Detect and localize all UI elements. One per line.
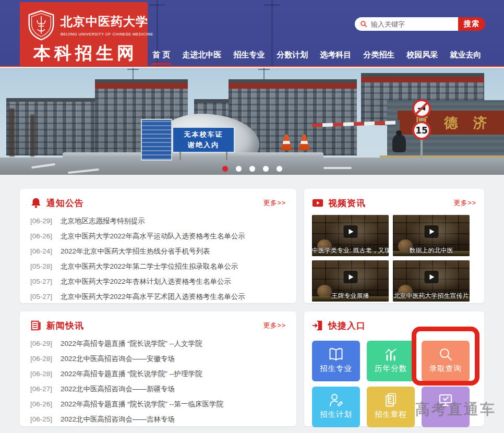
newspaper-icon bbox=[30, 320, 42, 331]
carousel-dot[interactable] bbox=[263, 166, 269, 172]
tile-admission-plan[interactable]: 招生计划 bbox=[312, 387, 360, 427]
notice-date: [05-28] bbox=[30, 262, 61, 270]
no-horn-sign bbox=[412, 99, 431, 118]
news-item[interactable]: [06-26]2022年高招专题直播 “院长说学院” --第一临床医学院 bbox=[30, 396, 286, 412]
video-card[interactable]: 数据上的北中医 bbox=[393, 215, 470, 256]
notice-text: 北京中医药大学2022年高水平艺术团入选资格考生名单公示 bbox=[61, 292, 245, 302]
video-caption: 王牌专业展播 bbox=[312, 292, 389, 300]
video-caption: 数据上的北中医 bbox=[393, 246, 470, 255]
nav-item-categories[interactable]: 分类招生 bbox=[363, 50, 394, 60]
notice-text: 北京中医药大学2022年高水平运动队入选资格考生名单公示 bbox=[61, 232, 245, 241]
tile-past-scores[interactable]: 历年分数 bbox=[367, 341, 415, 381]
video-caption: 北京中医药大学招生宣传片 bbox=[393, 292, 470, 300]
nav-item-majors[interactable]: 招生专业 bbox=[233, 50, 265, 60]
gate-sign-line1: 无本校车证 bbox=[173, 130, 234, 139]
notice-text: 北京中医药大学2022年杏林计划入选资格考生名单公示 bbox=[61, 277, 231, 286]
charter-doc-icon bbox=[383, 392, 399, 408]
tile-label: 招生专业 bbox=[320, 364, 352, 374]
news-text: 2022年高招专题直播 “院长说学院” --人文学院 bbox=[61, 339, 202, 348]
video-card[interactable]: 中医学类专业: 既古老，又现代 bbox=[312, 215, 389, 256]
news-item[interactable]: [06-28]2022北中医高招咨询会——安徽专场 bbox=[30, 351, 286, 366]
news-date: [06-29] bbox=[30, 340, 61, 347]
notice-date: [05-27] bbox=[30, 293, 61, 300]
notice-item[interactable]: [05-27]北京中医药大学2022年杏林计划入选资格考生名单公示 bbox=[30, 274, 286, 289]
door-enter-icon bbox=[312, 320, 323, 331]
news-panel: 新闻快讯 更多>> [06-29]2022年高招专题直播 “院长说学院” --人… bbox=[20, 311, 296, 426]
news-date: [06-28] bbox=[30, 355, 61, 363]
news-item[interactable]: [06-25]2022北中医高招咨询会——吉林专场 bbox=[30, 412, 286, 427]
search-bar: 搜索 bbox=[355, 17, 485, 31]
search-input[interactable] bbox=[371, 20, 449, 28]
search-icon bbox=[438, 346, 453, 362]
videos-title: 视频资讯 bbox=[328, 197, 366, 209]
notice-date: [06-26] bbox=[30, 232, 61, 240]
tile-label: 历年分数 bbox=[375, 364, 407, 374]
notice-text: 2022年北京中医药大学招生热线分省手机号列表 bbox=[61, 247, 210, 256]
news-more-link[interactable]: 更多>> bbox=[263, 321, 286, 330]
notice-item[interactable]: [05-28]北京中医药大学2022年第二学士学位招生拟录取名单公示 bbox=[30, 259, 286, 274]
notice-date: [06-29] bbox=[30, 217, 61, 225]
news-text: 2022年高招专题直播 “院长说学院” --第一临床医学院 bbox=[61, 400, 223, 409]
bar-chart-icon bbox=[383, 346, 399, 362]
notice-item[interactable]: [06-29]北京地区志愿报考特别提示 bbox=[30, 213, 286, 228]
notices-title: 通知公告 bbox=[46, 197, 84, 209]
notices-panel: 通知公告 更多>> [06-29]北京地区志愿报考特别提示 [06-26]北京中… bbox=[20, 189, 296, 303]
news-date: [06-25] bbox=[30, 415, 61, 423]
carousel-dot[interactable] bbox=[222, 166, 228, 172]
carousel-dot[interactable] bbox=[236, 166, 242, 172]
news-item[interactable]: [06-28]2022年高招专题直播 “院长说学院” --护理学院 bbox=[30, 366, 286, 381]
carousel-dot[interactable] bbox=[277, 166, 282, 172]
carousel-dots bbox=[0, 166, 504, 172]
nav-item-careers[interactable]: 就业去向 bbox=[450, 50, 481, 60]
gate-sign-line2: 谢绝入内 bbox=[173, 140, 234, 150]
tile-admission-query[interactable]: 录取查询 bbox=[422, 341, 470, 381]
carousel-dot[interactable] bbox=[249, 166, 255, 172]
news-text: 2022年高招专题直播 “院长说学院” --护理学院 bbox=[61, 369, 202, 379]
notices-list: [06-29]北京地区志愿报考特别提示 [06-26]北京中医药大学2022年高… bbox=[30, 213, 286, 304]
tile-label: 招生章程 bbox=[375, 410, 407, 419]
notice-text: 北京地区志愿报考特别提示 bbox=[61, 216, 145, 226]
main-nav: 首 页 走进北中医 招生专业 分数计划 选考科目 分类招生 校园风采 就业去向 bbox=[152, 50, 481, 60]
site-header: 北京中医药大学 BEIJING UNIVERSITY OF CHINESE ME… bbox=[0, 0, 504, 67]
tile-label: 招生计划 bbox=[320, 410, 352, 419]
quick-entry-title: 快捷入口 bbox=[328, 320, 366, 332]
news-date: [06-27] bbox=[30, 385, 61, 393]
search-button[interactable]: 搜索 bbox=[458, 17, 485, 31]
notice-item[interactable]: [06-26]北京中医药大学2022年高水平运动队入选资格考生名单公示 bbox=[30, 228, 286, 244]
university-name-en: BEIJING UNIVERSITY OF CHINESE MEDICINE bbox=[61, 32, 153, 37]
notices-more-link[interactable]: 更多>> bbox=[263, 199, 286, 208]
news-item[interactable]: [06-27]2022北中医高招咨询会——新疆专场 bbox=[30, 381, 286, 396]
news-text: 2022北中医高招咨询会——安徽专场 bbox=[61, 354, 175, 364]
watermark-text: 高考直通车 bbox=[415, 400, 496, 419]
hero-banner: 厚德济 无本校车证 谢绝入内 15 bbox=[0, 68, 504, 175]
news-title: 新闻快讯 bbox=[46, 320, 84, 332]
nav-item-subjects[interactable]: 选考科目 bbox=[320, 50, 351, 60]
notice-item[interactable]: [06-24]2022年北京中医药大学招生热线分省手机号列表 bbox=[30, 244, 286, 259]
video-card[interactable]: 王牌专业展播 bbox=[312, 260, 389, 302]
news-item[interactable]: [06-29]2022年高招专题直播 “院长说学院” --人文学院 bbox=[30, 336, 286, 351]
tile-admission-majors[interactable]: 招生专业 bbox=[312, 341, 360, 381]
nav-item-about[interactable]: 走进北中医 bbox=[182, 50, 221, 60]
notice-date: [05-27] bbox=[30, 278, 61, 285]
video-caption: 中医学类专业: 既古老，又现代 bbox=[312, 246, 389, 255]
notice-date: [06-24] bbox=[30, 247, 61, 255]
tile-admission-charter[interactable]: 招生章程 bbox=[367, 387, 415, 427]
gate-wall: 厚德济 bbox=[387, 100, 504, 162]
videos-more-link[interactable]: 更多>> bbox=[453, 199, 476, 208]
play-button-icon bbox=[343, 271, 357, 283]
bell-icon bbox=[30, 197, 42, 209]
tree bbox=[9, 109, 15, 157]
nav-item-scores[interactable]: 分数计划 bbox=[277, 50, 308, 60]
site-title: 本科招生网 bbox=[20, 42, 148, 65]
person-plan-icon bbox=[328, 392, 344, 408]
video-card[interactable]: 北京中医药大学招生宣传片 bbox=[393, 260, 470, 302]
play-button-icon bbox=[343, 225, 357, 238]
notice-item[interactable]: [05-27]北京中医药大学2022年高水平艺术团入选资格考生名单公示 bbox=[30, 289, 286, 304]
guard-figure bbox=[392, 135, 406, 152]
video-play-icon bbox=[312, 197, 323, 209]
nav-item-home[interactable]: 首 页 bbox=[152, 50, 170, 60]
site-logo[interactable]: 北京中医药大学 BEIJING UNIVERSITY OF CHINESE ME… bbox=[20, 2, 148, 66]
news-text: 2022北中医高招咨询会——新疆专场 bbox=[61, 384, 175, 394]
book-icon bbox=[328, 346, 344, 362]
nav-item-campus[interactable]: 校园风采 bbox=[406, 50, 438, 60]
